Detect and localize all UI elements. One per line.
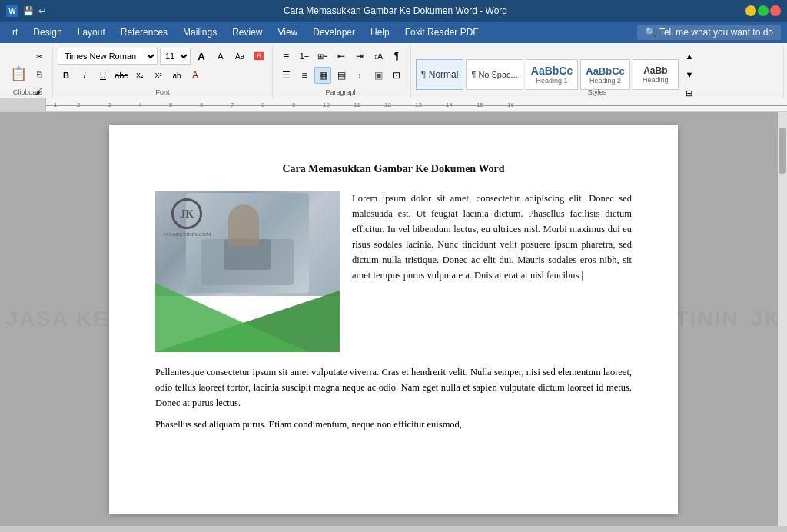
bullets-button[interactable]: ≡ [277,48,294,65]
strikethrough-button[interactable]: abc [113,67,130,84]
menu-mailings[interactable]: Mailings [177,25,223,40]
green-triangle-svg [155,268,340,352]
numbering-button[interactable]: 1≡ [296,48,313,65]
underline-button[interactable]: U [95,67,111,84]
logo-text: JK [180,206,194,222]
bold-button[interactable]: B [58,67,75,84]
multilevel-button[interactable]: ⊞≡ [314,48,331,65]
quick-access-undo[interactable]: ↩ [38,6,45,16]
line-spacing-button[interactable]: ↕ [351,67,368,84]
font-color-button[interactable]: A [187,67,204,84]
font-family-select[interactable]: Times New Roman [58,48,158,65]
menu-bar: rt Design Layout References Mailings Rev… [0,22,787,43]
logo-circle: JK [171,198,202,229]
menu-view[interactable]: View [271,25,304,40]
title-bar: W 💾 ↩ Cara Memasukkan Gambar Ke Dokumen … [0,0,787,22]
minimize-button[interactable] [745,5,756,16]
document-page: Cara Memasukkan Gambar Ke Dokumen Word [109,125,678,514]
ribbon: 📋 ✂ ⎘ 🖌 Clipboard Times New Roman 11 [0,43,787,112]
sort-button[interactable]: ↕A [370,48,387,65]
text-highlight-button[interactable]: ab [168,67,185,84]
font-size-select[interactable]: 11 [160,48,191,65]
ribbon-group-font: Times New Roman 11 A A Aa 🅰 B I U abc X₂ [53,46,273,98]
justify-button[interactable]: ▤ [333,67,350,84]
font-label: Font [53,88,272,96]
clear-format-button[interactable]: 🅰 [251,48,267,65]
watermark-6: JK [751,307,782,331]
align-center-button[interactable]: ≡ [296,67,313,84]
increase-font-button[interactable]: A [193,48,210,65]
ribbon-group-paragraph: ≡ 1≡ ⊞≡ ⇤ ⇥ ↕A ¶ ☰ ≡ ▦ ▤ ↕ ▣ ⊡ [273,46,411,98]
document-content[interactable]: JK JASARETININ.COM Lorem ipsum dolor sit… [155,191,632,358]
logo-tagline: JASARETININ.COM [163,231,211,239]
scroll-thumb[interactable] [779,128,786,174]
shading-button[interactable]: ▣ [370,67,387,84]
document-area: JASA KETININ.COM JK JASA KETININ.COM JK … [0,112,787,526]
copy-button[interactable]: ⎘ [31,65,48,82]
document-image[interactable]: JK JASARETININ.COM [155,191,340,352]
search-icon: 🔍 [645,27,656,38]
styles-scroll-up[interactable]: ▲ [681,48,698,65]
menu-references[interactable]: References [115,25,174,40]
clipboard-label: Clipboard [3,88,52,96]
close-button[interactable] [770,5,781,16]
maximize-button[interactable] [758,5,769,16]
scrollbar[interactable] [778,112,787,526]
paragraph-3[interactable]: Phasellus sed aliquam purus. Etiam condi… [155,417,632,432]
change-case-button[interactable]: Aa [231,48,248,65]
decrease-indent-button[interactable]: ⇤ [333,48,350,65]
style-nospace[interactable]: ¶ No Spac... [466,59,523,90]
increase-indent-button[interactable]: ⇥ [351,48,368,65]
align-right-button[interactable]: ▦ [314,67,331,84]
style-heading2[interactable]: AaBbCc Heading 2 [580,59,630,90]
show-marks-button[interactable]: ¶ [388,48,405,65]
image-placeholder: JK JASARETININ.COM [155,191,340,352]
tell-me-box[interactable]: 🔍 Tell me what you want to do [637,25,781,40]
window-controls [745,5,781,16]
subscript-button[interactable]: X₂ [131,67,148,84]
logo-overlay: JK JASARETININ.COM [163,198,211,239]
menu-help[interactable]: Help [364,25,396,40]
styles-scroll-down[interactable]: ▼ [681,66,698,83]
cut-button[interactable]: ✂ [31,48,48,65]
tell-me-text: Tell me what you want to do [659,27,773,38]
borders-button[interactable]: ⊡ [388,67,405,84]
paragraph-2[interactable]: Pellentesque consectetur ipsum sit amet … [155,364,632,411]
paste-button[interactable]: 📋 [8,62,29,86]
menu-layout[interactable]: Layout [71,25,111,40]
menu-developer[interactable]: Developer [307,25,361,40]
paragraph-label: Paragraph [273,88,410,96]
word-app-icon: W [6,5,18,17]
style-heading1[interactable]: AaBbCc Heading 1 [526,59,578,90]
menu-foxit[interactable]: Foxit Reader PDF [399,25,485,40]
window-title: Cara Memasukkan Gambar Ke Dokumen Word -… [284,5,507,16]
title-bar-left: W 💾 ↩ [6,5,45,17]
align-left-button[interactable]: ☰ [277,67,294,84]
menu-review[interactable]: Review [226,25,268,40]
decrease-font-button[interactable]: A [212,48,229,65]
menu-design[interactable]: Design [27,25,68,40]
ruler: 1 2 3 4 5 6 7 8 9 10 11 12 13 14 15 16 [0,98,787,112]
ribbon-group-clipboard: 📋 ✂ ⎘ 🖌 Clipboard [3,46,53,98]
styles-label: Styles [411,88,783,96]
ribbon-controls: 📋 ✂ ⎘ 🖌 Clipboard Times New Roman 11 [0,43,787,98]
menu-rt[interactable]: rt [6,25,24,40]
superscript-button[interactable]: X² [150,67,167,84]
document-title: Cara Memasukkan Gambar Ke Dokumen Word [155,163,632,175]
quick-access-save[interactable]: 💾 [23,6,34,16]
style-normal[interactable]: ¶ Normal [416,59,463,90]
style-heading3[interactable]: AaBb Heading [633,59,679,90]
italic-button[interactable]: I [76,67,93,84]
ribbon-group-styles: ¶ Normal ¶ No Spac... AaBbCc Heading 1 A… [411,46,784,98]
